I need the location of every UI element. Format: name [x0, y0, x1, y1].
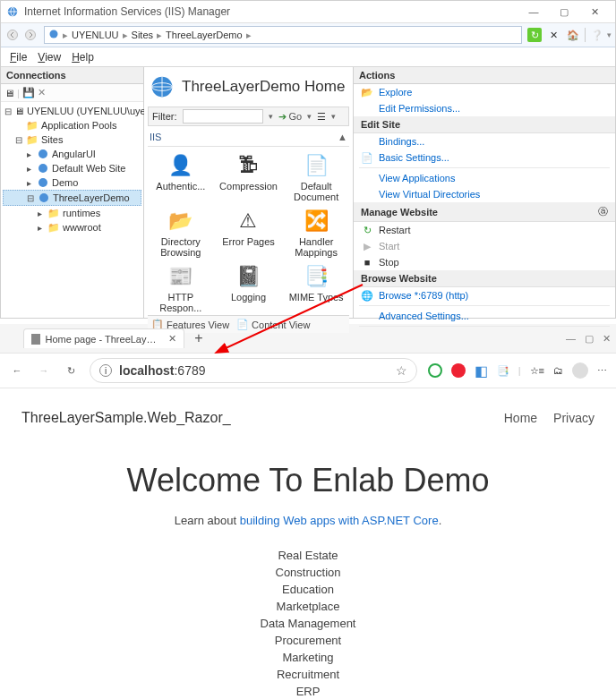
forward-button[interactable]: → — [36, 362, 52, 379]
svg-point-6 — [38, 178, 47, 187]
feature-item[interactable]: 📂Directory Browsing — [148, 206, 214, 260]
tree-app-pools[interactable]: 📁 Application Pools — [3, 118, 141, 132]
expand-icon[interactable]: ▸ — [24, 149, 34, 159]
breadcrumb-root[interactable]: UYENLUU — [72, 30, 119, 40]
close-button[interactable]: ✕ — [579, 2, 610, 21]
back-button[interactable] — [4, 27, 21, 43]
browser-tab[interactable]: Home page - ThreeLayerSample ✕ — [23, 328, 184, 348]
collapse-icon[interactable]: ⊟ — [25, 193, 35, 203]
collapse-icon[interactable]: ▲ — [338, 132, 347, 142]
maximize-button[interactable]: ▢ — [585, 333, 594, 345]
stop-icon[interactable]: ✕ — [545, 27, 561, 43]
feature-icon: ⚠ — [235, 208, 261, 234]
svg-point-2 — [26, 30, 36, 40]
filter-input[interactable] — [183, 109, 263, 124]
action-restart[interactable]: ↻Restart — [354, 222, 615, 238]
breadcrumb[interactable]: ▸ UYENLUU ▸ Sites ▸ ThreeLayerDemo ▸ — [44, 26, 522, 44]
menu-help[interactable]: Help — [66, 49, 99, 65]
help-icon[interactable]: ❔ — [589, 27, 605, 43]
lead-link[interactable]: building Web apps with ASP.NET Core — [240, 514, 439, 527]
delete-icon[interactable]: ✕ — [38, 87, 46, 98]
collapse-icon[interactable]: ⊟ — [4, 107, 12, 116]
feature-item[interactable]: ⚠Error Pages — [216, 206, 282, 260]
save-icon[interactable]: 💾 — [22, 87, 35, 98]
address-bar[interactable]: i localhost:6789 ☆ — [90, 358, 417, 383]
expand-icon[interactable]: ▸ — [35, 209, 45, 218]
action-browse[interactable]: 🌐Browse *:6789 (http) — [354, 287, 615, 303]
brand[interactable]: ThreeLayerSample.Web_Razor_ — [21, 410, 488, 426]
menu-button[interactable]: ⋯ — [597, 365, 607, 377]
tree-site-default[interactable]: ▸ Default Web Site — [3, 161, 141, 175]
action-basic-settings[interactable]: 📄Basic Settings... — [354, 149, 615, 166]
close-tab-button[interactable]: ✕ — [168, 333, 176, 345]
tree-folder-runtimes[interactable]: ▸ 📁 runtimes — [3, 206, 141, 220]
connect-icon[interactable]: 🖥 — [4, 88, 14, 98]
action-view-applications[interactable]: View Applications — [354, 170, 615, 186]
menu-file[interactable]: FFileile — [4, 49, 32, 65]
tree-folder-wwwroot[interactable]: ▸ 📁 wwwroot — [3, 220, 141, 234]
extension-icon[interactable] — [451, 363, 466, 378]
collections-button[interactable]: 🗂 — [553, 365, 563, 376]
new-tab-button[interactable]: + — [188, 328, 210, 349]
hero: Welcome To Enlab Demo Learn about buildi… — [21, 439, 595, 536]
feature-item[interactable]: 👤Authentic... — [148, 150, 214, 204]
tree-site-angular[interactable]: ▸ AngularUI — [3, 147, 141, 161]
view-icon[interactable]: ☰ — [317, 111, 326, 123]
extension-icon[interactable]: ◧ — [475, 362, 488, 379]
info-icon[interactable]: i — [99, 364, 112, 377]
feature-item[interactable]: 🔀Handler Mappings — [283, 206, 349, 260]
feature-item[interactable]: 📑MIME Types — [283, 261, 349, 315]
home-icon[interactable]: 🏠 — [565, 27, 581, 43]
feature-item[interactable]: 📰HTTP Respon... — [148, 261, 214, 315]
action-stop[interactable]: ■Stop — [354, 254, 615, 270]
tree-site-threelayer[interactable]: ⊟ ThreeLayerDemo — [3, 190, 141, 206]
tree-sites[interactable]: ⊟ 📁 Sites — [3, 132, 141, 147]
nav-privacy[interactable]: Privacy — [553, 411, 595, 425]
breadcrumb-site[interactable]: ThreeLayerDemo — [166, 30, 243, 40]
svg-point-3 — [50, 30, 58, 38]
refresh-icon[interactable]: ↻ — [527, 28, 542, 42]
tree-server[interactable]: ⊟ 🖥 UYENLUU (UYENLUU\uyen.luu — [3, 104, 141, 118]
close-button[interactable]: ✕ — [603, 333, 611, 345]
tab-content[interactable]: 📄 Content View — [236, 319, 310, 330]
feature-icon: 🔀 — [303, 208, 329, 234]
favorites-button[interactable]: ☆≡ — [530, 365, 544, 377]
refresh-button[interactable]: ↻ — [63, 362, 79, 379]
nav-home[interactable]: Home — [504, 411, 537, 425]
expand-icon[interactable]: ▸ — [24, 178, 34, 188]
tree-site-demo[interactable]: ▸ Demo — [3, 175, 141, 190]
feature-label: Error Pages — [222, 236, 275, 247]
forward-button[interactable] — [22, 27, 38, 43]
extension-icon[interactable]: 📑 — [497, 365, 509, 377]
collapse-icon[interactable]: ⓐ — [598, 205, 608, 218]
hero-title: Welcome To Enlab Demo — [21, 462, 595, 499]
action-advanced[interactable]: Advanced Settings... — [354, 308, 615, 324]
dropdown-icon[interactable]: ▾ — [269, 112, 273, 121]
menu-view[interactable]: View — [32, 49, 66, 65]
expand-icon[interactable]: ▸ — [35, 223, 45, 233]
breadcrumb-sites[interactable]: Sites — [132, 30, 153, 40]
dropdown-icon[interactable]: ▾ — [307, 112, 312, 121]
globe-icon — [37, 162, 49, 175]
dropdown-icon[interactable]: ▾ — [331, 112, 336, 121]
feature-item[interactable]: 📄Default Document — [283, 150, 349, 204]
action-edit-permissions[interactable]: Edit Permissions... — [354, 100, 615, 116]
folder-icon: 📂 — [361, 86, 373, 98]
back-button[interactable]: ← — [9, 362, 25, 379]
favorite-button[interactable]: ☆ — [396, 363, 407, 378]
collapse-icon[interactable]: ⊟ — [13, 135, 23, 145]
action-view-vdirs[interactable]: View Virtual Directories — [354, 186, 615, 202]
feature-item[interactable]: 🗜Compression — [216, 150, 282, 204]
extension-icon[interactable] — [428, 363, 442, 378]
maximize-button[interactable]: ▢ — [549, 2, 579, 21]
feature-label: Logging — [231, 292, 266, 303]
dropdown-icon[interactable]: ▾ — [607, 30, 612, 39]
minimize-button[interactable]: — — [518, 2, 549, 21]
action-explore[interactable]: 📂Explore — [354, 84, 615, 100]
expand-icon[interactable]: ▸ — [24, 164, 34, 174]
go-button[interactable]: ➔Go — [278, 111, 303, 123]
feature-item[interactable]: 📓Logging — [216, 261, 282, 315]
minimize-button[interactable]: — — [566, 333, 576, 345]
action-bindings[interactable]: Bindings... — [354, 133, 615, 149]
profile-button[interactable] — [572, 362, 588, 379]
